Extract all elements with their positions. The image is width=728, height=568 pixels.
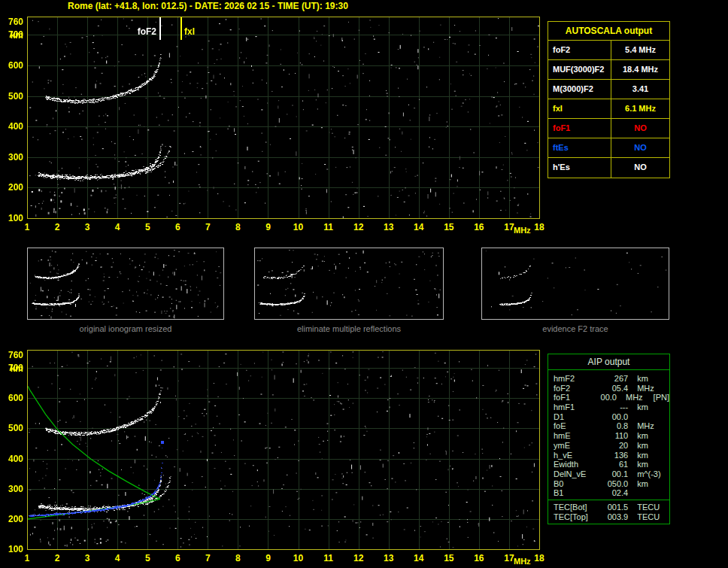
- fof2-marker-label: foF2: [131, 26, 156, 37]
- aip-table-body: hmF2267km foF205.4MHz foF100.0MHz[PN] hm…: [548, 370, 669, 498]
- x-tick-label: 4: [109, 553, 126, 563]
- param-name: foF2: [548, 41, 611, 59]
- table-row: h_vE136km: [554, 451, 669, 460]
- param-unit: MHz: [637, 384, 668, 393]
- y-tick-label: 500: [0, 92, 23, 102]
- x-tick-label: 16: [471, 222, 487, 232]
- x-tick-label: 8: [229, 222, 246, 232]
- table-row: hmF1---km: [554, 402, 669, 412]
- param-name: foF1: [548, 119, 611, 138]
- top-ionogram-canvas: [27, 17, 540, 219]
- param-unit: km: [637, 374, 668, 384]
- param-name: foF2: [554, 384, 599, 393]
- table-row: TEC[Top]003.9TECU: [554, 512, 669, 522]
- param-name: B0: [554, 479, 599, 489]
- x-tick-label: 8: [229, 553, 246, 563]
- param-unit: [637, 412, 668, 422]
- param-unit: km: [637, 460, 668, 469]
- param-value: 5.4 MHz: [611, 41, 669, 59]
- y-tick-label: 300: [0, 153, 23, 163]
- table-row: D100.0: [554, 412, 669, 422]
- top-ionogram-panel: foF2 fxI: [27, 17, 540, 219]
- x-tick-label: 18: [531, 553, 548, 563]
- x-tick-label: 1: [19, 222, 35, 232]
- autoscala-output-table: AUTOSCALA output foF2 5.4 MHz MUF(3000)F…: [548, 21, 670, 178]
- table-row: hmF2267km: [554, 374, 669, 384]
- table-row: TEC[Bot]001.5TECU: [554, 503, 669, 512]
- table-row: hmE110km: [554, 431, 669, 441]
- param-extra: [PN]: [654, 393, 669, 402]
- y-axis-unit: km: [0, 364, 23, 374]
- x-tick-label: 9: [259, 222, 276, 232]
- param-name: TEC[Top]: [554, 512, 599, 522]
- param-unit: km: [637, 402, 668, 412]
- param-value: NO: [611, 119, 669, 138]
- y-tick-label: 760: [0, 351, 23, 360]
- x-tick-label: 1: [19, 553, 35, 563]
- param-name: hmE: [554, 431, 599, 441]
- param-value: 02.4: [599, 488, 628, 498]
- mini-panel-original: [27, 248, 224, 320]
- table-row: fxI 6.1 MHz: [548, 99, 669, 119]
- param-name: M(3000)F2: [548, 80, 611, 99]
- x-tick-label: 5: [139, 553, 156, 563]
- param-name: hmF1: [554, 402, 599, 412]
- param-name: D1: [554, 412, 599, 422]
- table-row: foF205.4MHz: [554, 384, 669, 393]
- param-name: hmF2: [554, 374, 599, 384]
- x-tick-label: 4: [109, 222, 126, 232]
- y-tick-label: 400: [0, 122, 23, 132]
- autoscala-window: Rome (lat: +41.8, lon: 012.5) - DATE: 20…: [0, 0, 728, 568]
- param-value: 001.5: [599, 503, 628, 512]
- param-unit: m^(-3): [637, 469, 668, 479]
- param-value: 6.1 MHz: [611, 99, 669, 118]
- param-value: 136: [599, 451, 628, 460]
- fxi-marker-label: fxI: [184, 26, 195, 37]
- table-row: foF2 5.4 MHz: [548, 41, 669, 60]
- x-tick-label: 7: [199, 222, 216, 232]
- table-row: foE0.8MHz: [554, 421, 669, 431]
- table-row: ymE20km: [554, 441, 669, 451]
- param-name: fxI: [548, 99, 611, 118]
- x-tick-label: 11: [320, 222, 337, 232]
- bottom-ionogram-canvas: [27, 350, 540, 550]
- param-unit: km: [637, 441, 668, 451]
- y-tick-label: 200: [0, 515, 23, 524]
- param-value: 267: [599, 374, 628, 384]
- y-tick-label: 600: [0, 61, 23, 71]
- x-axis-unit: MHz: [514, 226, 531, 235]
- param-value: 00.0: [592, 393, 617, 402]
- table-row: B102.4: [554, 488, 669, 498]
- y-tick-label: 600: [0, 393, 23, 403]
- param-name: ymE: [554, 441, 599, 451]
- x-tick-label: 14: [411, 553, 427, 563]
- param-value: 61: [599, 460, 628, 469]
- param-value: NO: [611, 138, 669, 157]
- x-tick-label: 13: [381, 553, 397, 563]
- y-tick-label: 760: [0, 17, 23, 27]
- x-tick-label: 9: [259, 553, 276, 563]
- table-row: M(3000)F2 3.41: [548, 80, 669, 99]
- x-tick-label: 18: [531, 222, 548, 232]
- param-unit: km: [637, 451, 668, 460]
- x-tick-label: 10: [290, 222, 307, 232]
- table-row: h'Es NO: [548, 158, 669, 178]
- x-tick-label: 10: [290, 553, 307, 563]
- param-name: TEC[Bot]: [554, 503, 599, 512]
- x-tick-label: 6: [169, 553, 186, 563]
- table-row: ftEs NO: [548, 138, 669, 158]
- param-name: Ewidth: [554, 460, 599, 469]
- aip-table-title: AIP output: [548, 354, 669, 370]
- y-tick-label: 300: [0, 484, 23, 494]
- param-unit: TECU: [637, 503, 668, 512]
- param-unit: [637, 488, 668, 498]
- param-name: DelN_vE: [554, 469, 599, 479]
- x-tick-label: 16: [471, 553, 487, 563]
- table-row: MUF(3000)F2 18.4 MHz: [548, 60, 669, 80]
- param-value: 110: [599, 431, 628, 441]
- mini-caption-cleaned: eliminate multiple reflections: [254, 324, 444, 333]
- aip-output-table: AIP output hmF2267km foF205.4MHz foF100.…: [548, 354, 670, 524]
- param-value: NO: [611, 158, 669, 178]
- param-name: MUF(3000)F2: [548, 60, 611, 79]
- param-value: ---: [599, 402, 628, 412]
